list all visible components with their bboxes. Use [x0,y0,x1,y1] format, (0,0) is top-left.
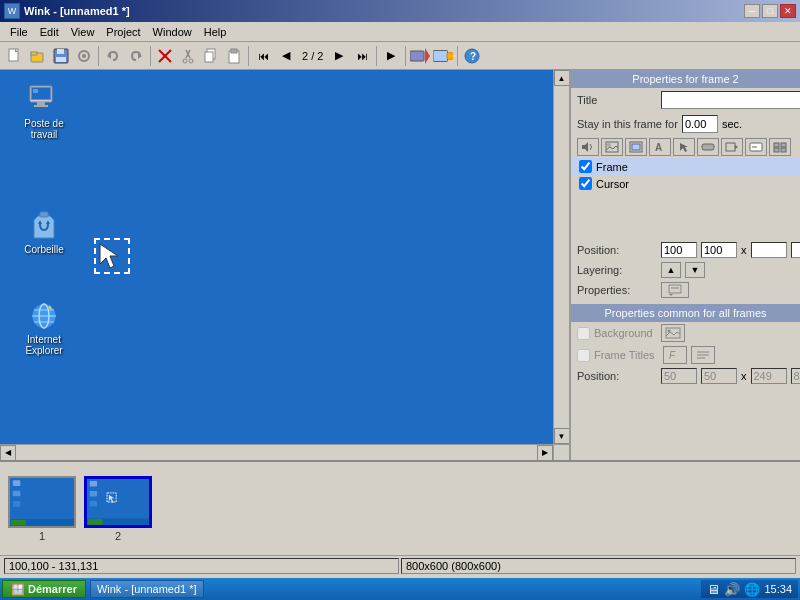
frame-titles-checkbox[interactable] [577,349,590,362]
frame-titles-align-button[interactable] [691,346,715,364]
common-x-sep: x [741,370,747,382]
cursor-checkbox-row[interactable]: Cursor [571,175,800,192]
icon-corbeille[interactable]: Corbeille [14,210,74,255]
close-button[interactable]: ✕ [780,4,796,18]
horizontal-scrollbar[interactable]: ◀ ▶ [0,444,553,460]
first-frame-button[interactable]: ⏮ [252,45,274,67]
background-image-button[interactable] [661,324,685,342]
title-input[interactable] [661,91,800,109]
settings-button[interactable] [73,45,95,67]
icon-label-poste: Poste de travail [14,118,74,140]
icon-internet-explorer[interactable]: InternetExplorer [14,300,74,356]
svg-rect-54 [774,148,779,152]
region-button[interactable] [625,138,647,156]
prev-frame-button[interactable]: ◀ [275,45,297,67]
svg-point-14 [189,59,193,63]
frame-titles-font-button[interactable]: F [663,346,687,364]
paste-button[interactable] [223,45,245,67]
pos-x-input[interactable] [661,242,697,258]
start-button[interactable]: 🪟 Démarrer [2,580,86,598]
common-pos-y [701,368,737,384]
film-num-1: 1 [39,530,45,542]
svg-text:F: F [669,350,676,361]
extra-button[interactable] [769,138,791,156]
stay-input[interactable] [682,115,718,133]
last-frame-button[interactable]: ⏭ [351,45,373,67]
redo-button[interactable] [125,45,147,67]
svg-rect-67 [13,490,21,496]
pos-h-input[interactable] [791,242,801,258]
svg-rect-18 [231,49,237,53]
play-button[interactable]: ▶ [380,45,402,67]
scroll-up-button[interactable]: ▲ [554,70,570,86]
menu-project[interactable]: Project [100,24,146,40]
film-thumb-1[interactable] [8,476,76,528]
undo-button[interactable] [102,45,124,67]
menu-file[interactable]: File [4,24,34,40]
taskbar-wink-item[interactable]: Wink - [unnamed1 *] [90,580,204,598]
help-button[interactable]: ? [461,45,483,67]
text-button[interactable]: A [649,138,671,156]
svg-rect-52 [774,143,779,147]
tray-icon-3: 🌐 [744,582,760,597]
vertical-scrollbar[interactable]: ▲ ▼ [553,70,569,444]
scroll-right-button[interactable]: ▶ [537,445,553,461]
film-thumb-2[interactable] [84,476,152,528]
video-button[interactable] [721,138,743,156]
pos-w-input[interactable] [751,242,787,258]
film-frame-1[interactable]: 1 [8,476,76,542]
svg-rect-66 [13,480,21,486]
menu-bar: File Edit View Project Window Help [0,22,800,42]
position-label: Position: [577,244,657,256]
image-button[interactable] [601,138,623,156]
layer-down-button[interactable]: ▼ [685,262,705,278]
icon-poste-de-travail[interactable]: Poste de travail [14,84,74,140]
scroll-down-button[interactable]: ▼ [554,428,570,444]
svg-point-22 [447,52,453,59]
common-pos-label: Position: [577,370,657,382]
menu-edit[interactable]: Edit [34,24,65,40]
recycle-icon [28,210,60,242]
stay-suffix: sec. [722,118,742,130]
svg-rect-47 [702,144,714,150]
menu-help[interactable]: Help [198,24,233,40]
svg-marker-49 [735,145,738,149]
copy-button[interactable] [200,45,222,67]
menu-window[interactable]: Window [147,24,198,40]
svg-rect-6 [56,57,66,62]
scroll-left-button[interactable]: ◀ [0,445,16,461]
frame-checkbox[interactable] [579,160,592,173]
export-button[interactable] [409,45,431,67]
menu-view[interactable]: View [65,24,101,40]
sound-button[interactable] [577,138,599,156]
cursor-checkbox[interactable] [579,177,592,190]
save-button[interactable] [50,45,72,67]
desktop-canvas[interactable]: Poste de travail Corbeille [0,70,553,444]
input-button[interactable] [745,138,767,156]
open-button[interactable] [27,45,49,67]
toolbar: ⏮ ◀ 2 / 2 ▶ ⏭ ▶ ? [0,42,800,70]
svg-point-43 [607,143,611,147]
preview-button[interactable] [432,45,454,67]
cut-button[interactable] [177,45,199,67]
start-label: Démarrer [28,583,77,595]
film-frame-2[interactable]: 2 [84,476,152,542]
title-bar-title: Wink - [unnamed1 *] [24,5,130,17]
button-button[interactable] [697,138,719,156]
svg-rect-48 [726,143,735,151]
frame-checkbox-row[interactable]: Frame [571,158,800,175]
svg-rect-74 [90,501,97,506]
svg-marker-58 [669,294,673,296]
layer-up-button[interactable]: ▲ [661,262,681,278]
pos-y-input[interactable] [701,242,737,258]
props-edit-button[interactable] [661,282,689,298]
maximize-button[interactable]: □ [762,4,778,18]
frame-titles-label: Frame Titles [594,349,655,361]
cursor-button[interactable] [673,138,695,156]
background-checkbox[interactable] [577,327,590,340]
dimensions-status: 800x600 (800x600) [401,558,796,574]
next-frame-button[interactable]: ▶ [328,45,350,67]
new-button[interactable] [4,45,26,67]
minimize-button[interactable]: ─ [744,4,760,18]
delete-button[interactable] [154,45,176,67]
